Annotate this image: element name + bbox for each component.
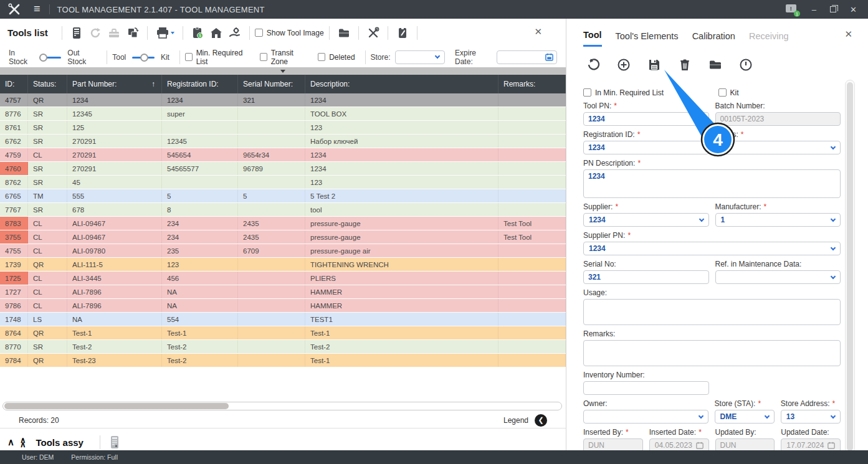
cell-remarks (498, 148, 566, 161)
manufacturer-select[interactable]: 1 (715, 213, 841, 227)
toolbox-icon[interactable] (105, 25, 123, 41)
print-icon[interactable] (153, 25, 178, 41)
notification-icon[interactable]: ! 1 (786, 4, 798, 14)
stock-toggle[interactable] (39, 53, 62, 62)
menu-hamburger-icon[interactable]: ≡ (34, 2, 41, 16)
table-row[interactable]: 1748LSNA554TEST1 (0, 313, 566, 326)
filter-collapse-handle[interactable] (0, 67, 566, 75)
remarks-textarea[interactable] (583, 340, 841, 366)
table-row[interactable]: 9784QRTest-23Test-2Test-1 (0, 354, 566, 367)
tools-wrench-icon[interactable] (364, 25, 383, 41)
store-select[interactable] (395, 50, 445, 64)
edit-clipboard-icon[interactable] (393, 25, 412, 41)
store-address-select[interactable]: 13 (781, 410, 841, 424)
table-row[interactable]: 8770SRTest-2Test-2Test-2 (0, 340, 566, 354)
minimize-button[interactable]: – (812, 5, 816, 14)
save-icon[interactable] (647, 58, 661, 74)
table-row[interactable]: 1739QRALI-111-5123TIGHTENING WRENCH (0, 258, 566, 272)
show-tool-image-group[interactable]: Show Tool Image (255, 29, 324, 37)
store-sta-select[interactable]: DME (715, 410, 775, 424)
column-header-status[interactable]: Status: (28, 75, 67, 93)
folder-icon[interactable] (335, 25, 353, 41)
table-row[interactable]: 7767SR6788tool (0, 203, 566, 217)
usage-textarea[interactable] (583, 299, 841, 325)
in-min-required-group[interactable]: In Min. Required List (583, 88, 712, 97)
table-row[interactable]: 8776SR12345superTOOL BOX (0, 107, 566, 121)
undo-refresh-icon[interactable] (586, 58, 600, 74)
tab-calibration[interactable]: Calibration (692, 31, 735, 46)
table-row[interactable]: 8761SR125123 (0, 121, 566, 135)
copy-move-icon[interactable] (123, 25, 142, 41)
table-row[interactable]: 4755CLALI-097802356709pressure-gauge air (0, 244, 566, 258)
paste-clipboard-icon[interactable]: $ (188, 25, 207, 41)
add-icon[interactable] (617, 58, 631, 74)
table-row[interactable]: 9786CLALI-7896NAHAMMER (0, 299, 566, 313)
table-row[interactable]: 1725CLALI-3445456PLIERS (0, 272, 566, 285)
show-tool-image-checkbox[interactable] (255, 29, 263, 37)
tab-tools-elements[interactable]: Tool's Elements (616, 31, 679, 46)
registration-id-input[interactable] (583, 141, 709, 154)
refresh-icon[interactable] (86, 25, 105, 41)
tab-tool[interactable]: Tool (583, 30, 602, 47)
close-detail-panel-icon[interactable]: ✕ (844, 29, 852, 40)
table-row[interactable]: 6765TM555555 Test 2 (0, 189, 566, 203)
assy-terminal-icon[interactable] (105, 434, 124, 450)
column-header-remarks[interactable]: Remarks: (498, 75, 566, 93)
power-status-icon[interactable] (739, 58, 753, 74)
column-header-id[interactable]: ID: (0, 75, 28, 93)
owner-select[interactable] (583, 410, 708, 424)
table-row[interactable]: 4757QR123412343211234 (0, 93, 566, 107)
serial-no-input[interactable] (583, 270, 709, 284)
vertical-scrollbar[interactable] (845, 80, 855, 453)
tool-pn-input[interactable] (583, 112, 709, 126)
cell-id: 8783 (0, 217, 28, 230)
table-row[interactable]: 4759CL2702915456549654r341234 (0, 148, 566, 162)
expand-double-chevron-icon[interactable]: ∧∧ (20, 438, 26, 447)
supplier-pn-select[interactable]: 1234 (583, 242, 841, 255)
horizontal-scrollbar[interactable] (2, 402, 562, 410)
delete-trash-icon[interactable] (678, 58, 692, 74)
legend-toggle-icon[interactable]: ❮ (535, 414, 547, 427)
expand-single-chevron-icon[interactable]: ∧ (7, 437, 14, 448)
expire-date-input[interactable] (497, 50, 557, 64)
ref-maintenance-select[interactable] (715, 270, 841, 284)
cell-status: CL (28, 230, 67, 244)
column-header-description[interactable]: Description: (305, 75, 498, 93)
archive-folder-icon[interactable] (708, 58, 722, 74)
table-row[interactable]: 3755CLALI-094672342435pressure-gaugeTest… (0, 230, 566, 244)
kit-checkbox[interactable] (718, 88, 727, 97)
deleted-checkbox[interactable] (318, 53, 325, 61)
hscroll-thumb[interactable] (4, 403, 229, 409)
table-row[interactable]: 6762SR27029112345Набор ключей (0, 135, 566, 148)
supplier-select[interactable]: 1234 (583, 213, 709, 227)
table-row[interactable]: 8764QRTest-1Test-1Test-1 (0, 326, 566, 340)
vscroll-thumb[interactable] (847, 82, 853, 451)
tab-receiving[interactable]: Receiving (749, 31, 789, 46)
cell-status: CL (28, 299, 67, 312)
cell-part_number: 270291 (67, 148, 162, 161)
tool-kit-toggle[interactable] (132, 53, 155, 62)
table-row[interactable]: 8783CLALI-094672342435pressure-gaugeTest… (0, 217, 566, 230)
table-row[interactable]: 1727CLALI-7896NAHAMMER (0, 285, 566, 299)
hand-gear-service-icon[interactable] (226, 25, 244, 41)
table-row[interactable]: 4760SR27029154565577967891234 (0, 162, 566, 176)
pn-description-textarea[interactable]: 1234 (583, 169, 841, 198)
kit-group[interactable]: Kit (718, 88, 739, 97)
inventory-number-input[interactable] (583, 381, 709, 395)
close-tools-list-icon[interactable]: ✕ (534, 26, 542, 37)
transit-zone-checkbox[interactable] (260, 53, 267, 61)
column-header-part_number[interactable]: Part Number:↑ (67, 75, 162, 93)
cell-part_number: 1234 (67, 93, 162, 107)
status-select[interactable] (715, 141, 841, 154)
batch-number-label: Batch Number: (715, 102, 841, 110)
close-window-button[interactable]: ✕ (850, 5, 857, 14)
table-row[interactable]: 8762SR45123 (0, 176, 566, 189)
cell-id: 8762 (0, 176, 28, 189)
in-min-required-checkbox[interactable] (583, 88, 591, 97)
column-header-registration_id[interactable]: Registration ID: (162, 75, 238, 93)
min-required-checkbox[interactable] (185, 53, 193, 61)
barcode-terminal-icon[interactable] (67, 25, 86, 41)
restore-button[interactable] (830, 6, 836, 12)
home-icon[interactable] (207, 25, 226, 41)
column-header-serial_number[interactable]: Serial Number: (238, 75, 305, 93)
